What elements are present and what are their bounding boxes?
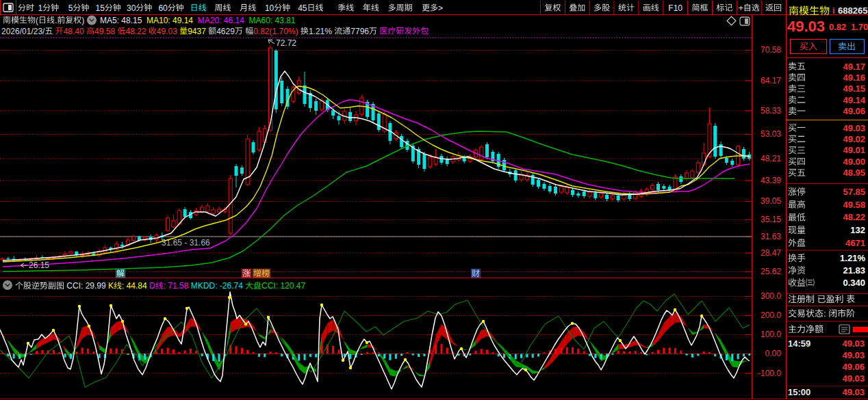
svg-text:.: . xyxy=(55,16,57,25)
svg-text:49.03: 49.03 xyxy=(157,27,177,36)
svg-text:688265: 688265 xyxy=(838,5,867,16)
svg-text:39.05: 39.05 xyxy=(761,196,781,206)
svg-text:CCI: 120.47: CCI: 120.47 xyxy=(261,281,305,291)
svg-text:CCI: 29.99: CCI: 29.99 xyxy=(66,281,106,291)
svg-text:200.0: 200.0 xyxy=(761,310,781,320)
svg-text:): ) xyxy=(81,16,84,25)
svg-text:MA60: 43.81: MA60: 43.81 xyxy=(249,16,296,25)
svg-text:48.40: 48.40 xyxy=(64,27,84,36)
svg-text:4629: 4629 xyxy=(216,27,235,36)
svg-text:(: ( xyxy=(36,16,38,25)
svg-text:1.21%: 1.21% xyxy=(309,27,332,36)
svg-text:49.15: 49.15 xyxy=(843,83,866,94)
svg-text:49.06: 49.06 xyxy=(843,362,865,372)
svg-text:58.33: 58.33 xyxy=(761,106,781,116)
svg-text:MA20: 46.14: MA20: 46.14 xyxy=(198,16,244,25)
svg-text:31.63: 31.63 xyxy=(761,232,781,241)
svg-text:+: + xyxy=(739,3,743,13)
svg-text:15:00: 15:00 xyxy=(788,387,810,397)
svg-text:49.06: 49.06 xyxy=(843,106,866,116)
svg-text:49.03: 49.03 xyxy=(843,338,865,349)
svg-text:F10: F10 xyxy=(668,3,682,13)
svg-text:49.03: 49.03 xyxy=(787,18,825,35)
svg-text:K: K xyxy=(108,281,114,291)
svg-text:48.95: 48.95 xyxy=(843,168,866,178)
svg-text:: 71.58: : 71.58 xyxy=(164,281,189,291)
svg-text:300.0: 300.0 xyxy=(761,291,781,301)
svg-text:-100.0: -100.0 xyxy=(758,369,781,378)
svg-text:25.62: 25.62 xyxy=(761,267,781,276)
svg-text:>: > xyxy=(438,3,443,13)
svg-text:49.58: 49.58 xyxy=(843,200,866,210)
svg-text:60: 60 xyxy=(158,3,168,13)
svg-text:0.00: 0.00 xyxy=(765,349,782,358)
svg-text:49.03: 49.03 xyxy=(843,373,865,384)
svg-text:10: 10 xyxy=(265,3,275,13)
svg-text:64.17: 64.17 xyxy=(761,76,781,85)
svg-text::: : xyxy=(824,308,826,319)
svg-text:MA5: 48.15: MA5: 48.15 xyxy=(100,16,142,25)
svg-text:15: 15 xyxy=(96,3,105,13)
svg-text:28.47: 28.47 xyxy=(761,248,781,258)
svg-text:9437: 9437 xyxy=(188,27,206,36)
svg-text:43.39: 43.39 xyxy=(761,176,781,185)
svg-text:35.15: 35.15 xyxy=(761,215,781,224)
svg-text:: 44.84: : 44.84 xyxy=(122,281,147,291)
svg-text:49.03: 49.03 xyxy=(843,387,865,397)
svg-text:D: D xyxy=(149,281,155,291)
svg-text:30: 30 xyxy=(127,3,136,13)
svg-text:49.58: 49.58 xyxy=(94,27,115,36)
svg-text:49.03: 49.03 xyxy=(843,123,866,133)
svg-text:45: 45 xyxy=(298,3,307,13)
svg-text:48.22: 48.22 xyxy=(843,212,866,222)
svg-text:1.21%: 1.21% xyxy=(840,253,865,263)
svg-text:7796: 7796 xyxy=(350,27,369,36)
svg-text:49.03: 49.03 xyxy=(843,350,865,360)
svg-text:4671: 4671 xyxy=(845,238,865,248)
svg-text:i: i xyxy=(832,6,834,16)
svg-text:49.14: 49.14 xyxy=(843,95,866,105)
svg-text:72.72: 72.72 xyxy=(276,38,296,48)
svg-text:70.58: 70.58 xyxy=(761,45,781,55)
svg-text:1: 1 xyxy=(38,3,43,13)
svg-text:49.17: 49.17 xyxy=(843,62,866,72)
svg-text:5: 5 xyxy=(68,3,73,13)
svg-text:21.83: 21.83 xyxy=(843,265,866,276)
svg-text:132: 132 xyxy=(850,225,865,235)
svg-text:0.82(1.70%): 0.82(1.70%) xyxy=(253,27,298,36)
svg-text:49.00: 49.00 xyxy=(843,157,866,167)
svg-text:57.85: 57.85 xyxy=(843,187,866,197)
svg-text:49.01: 49.01 xyxy=(843,145,866,155)
svg-text:100.0: 100.0 xyxy=(761,330,781,339)
svg-text:0.340: 0.340 xyxy=(843,278,866,288)
svg-text:49.02: 49.02 xyxy=(843,134,866,144)
svg-text:MKDD: -26.74: MKDD: -26.74 xyxy=(191,281,243,291)
svg-text:2026/01/23/: 2026/01/23/ xyxy=(1,27,45,36)
svg-text:53.03: 53.03 xyxy=(761,129,781,139)
svg-text:48.21: 48.21 xyxy=(761,154,781,163)
svg-text:49.16: 49.16 xyxy=(843,72,866,83)
svg-text:MA10: 49.14: MA10: 49.14 xyxy=(146,16,193,25)
svg-text:0.82: 0.82 xyxy=(829,22,846,32)
svg-text:14:59: 14:59 xyxy=(788,338,810,349)
svg-text:26.15: 26.15 xyxy=(29,261,49,270)
svg-text:1.70: 1.70 xyxy=(851,22,868,32)
svg-text:48.22: 48.22 xyxy=(126,27,146,36)
